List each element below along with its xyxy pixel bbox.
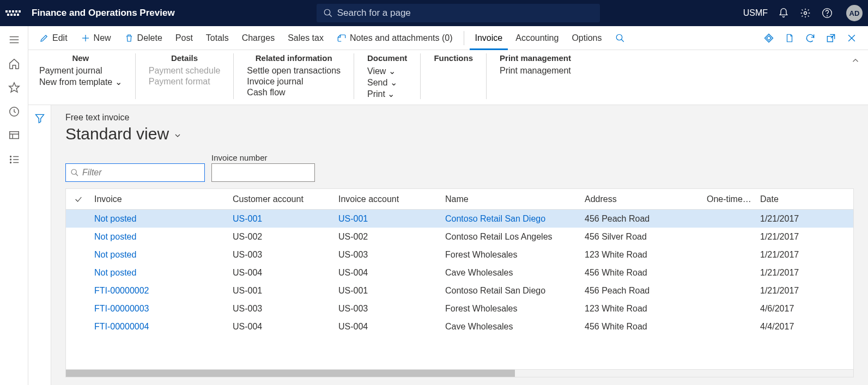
cell[interactable]: FTI-00000003 bbox=[91, 304, 229, 314]
col-date[interactable]: Date bbox=[757, 194, 822, 204]
ribbon-item-disabled: Payment format bbox=[149, 77, 221, 87]
cell[interactable]: FTI-00000002 bbox=[91, 286, 229, 296]
avatar[interactable]: AD bbox=[846, 5, 863, 21]
svg-point-21 bbox=[616, 34, 622, 40]
delete-button[interactable]: Delete bbox=[119, 27, 168, 49]
ribbon-item[interactable]: Print management bbox=[500, 66, 571, 76]
cell[interactable]: Not posted bbox=[91, 250, 229, 260]
cell: 123 White Road bbox=[581, 304, 703, 314]
company-picker[interactable]: USMF bbox=[743, 8, 768, 18]
home-icon[interactable] bbox=[8, 58, 20, 70]
svg-marker-8 bbox=[9, 83, 19, 92]
cell: 456 Peach Road bbox=[581, 286, 703, 296]
svg-marker-24 bbox=[767, 35, 771, 40]
office-icon[interactable] bbox=[784, 33, 795, 44]
notes-button[interactable]: Notes and attachments (0) bbox=[331, 27, 458, 49]
table-row[interactable]: Not postedUS-003US-003Forest Wholesales1… bbox=[66, 246, 853, 264]
cell[interactable]: FTI-00000004 bbox=[91, 322, 229, 332]
cell: 1/21/2017 bbox=[757, 268, 822, 278]
star-icon[interactable] bbox=[8, 82, 20, 94]
page: Free text invoice Standard view Filter I… bbox=[51, 105, 868, 385]
cell: US-003 bbox=[229, 304, 335, 314]
col-customer-account[interactable]: Customer account bbox=[229, 194, 335, 204]
ribbon-item[interactable]: Payment journal bbox=[39, 66, 122, 76]
search-input[interactable]: Search for a page bbox=[317, 4, 600, 22]
cell[interactable]: Contoso Retail San Diego bbox=[442, 214, 581, 224]
table-row[interactable]: FTI-00000004US-004US-004Cave Wholesales4… bbox=[66, 317, 853, 335]
select-all-checkbox[interactable] bbox=[66, 195, 91, 204]
ribbon-item[interactable]: Cash flow bbox=[247, 88, 341, 97]
cmdbar-right bbox=[763, 33, 863, 44]
ribbon-item[interactable]: New from template ⌄ bbox=[39, 77, 122, 87]
cell[interactable]: Not posted bbox=[91, 214, 229, 224]
cell: US-004 bbox=[335, 268, 442, 278]
col-one-time[interactable]: One-time cus… bbox=[703, 194, 757, 204]
ribbon-item[interactable]: Invoice journal bbox=[247, 77, 341, 87]
invoice-number-label: Invoice number bbox=[211, 153, 315, 162]
page-title[interactable]: Standard view bbox=[65, 125, 854, 143]
recent-icon[interactable] bbox=[8, 106, 20, 118]
svg-line-31 bbox=[76, 174, 78, 176]
cell[interactable]: US-001 bbox=[229, 214, 335, 224]
horizontal-scrollbar[interactable] bbox=[66, 369, 853, 377]
salestax-button[interactable]: Sales tax bbox=[282, 27, 329, 49]
gear-icon[interactable] bbox=[799, 7, 811, 19]
cell[interactable]: Not posted bbox=[91, 232, 229, 242]
svg-point-30 bbox=[71, 169, 76, 174]
tab-options[interactable]: Options bbox=[566, 27, 607, 49]
ribbon-collapse-icon[interactable] bbox=[851, 56, 860, 67]
ribbon-item[interactable]: Send ⌄ bbox=[367, 77, 407, 88]
ribbon-item[interactable]: Settle open transactions bbox=[247, 66, 341, 76]
command-bar: Edit New Delete Post Totals Charges Sale… bbox=[28, 26, 868, 50]
ribbon-group: Functions bbox=[421, 53, 487, 99]
col-address[interactable]: Address bbox=[581, 194, 703, 204]
cell[interactable]: Not posted bbox=[91, 268, 229, 278]
col-invoice[interactable]: Invoice bbox=[91, 194, 229, 204]
ribbon-group: DetailsPayment schedulePayment format bbox=[136, 53, 234, 99]
ribbon-item[interactable]: Print ⌄ bbox=[367, 89, 407, 99]
cell: US-004 bbox=[229, 268, 335, 278]
tab-accounting[interactable]: Accounting bbox=[510, 27, 564, 49]
ribbon-group-title: Related information bbox=[247, 53, 341, 63]
help-icon[interactable] bbox=[821, 7, 833, 19]
cell: US-002 bbox=[335, 232, 442, 242]
table-row[interactable]: Not postedUS-002US-002Contoso Retail Los… bbox=[66, 228, 853, 246]
invoice-number-input[interactable] bbox=[211, 163, 315, 182]
charges-button[interactable]: Charges bbox=[236, 27, 280, 49]
totals-button[interactable]: Totals bbox=[201, 27, 234, 49]
close-icon[interactable] bbox=[846, 33, 857, 44]
cell: 4/4/2017 bbox=[757, 322, 822, 332]
ribbon-group-title: New bbox=[39, 53, 122, 63]
table-row[interactable]: Not postedUS-001US-001Contoso Retail San… bbox=[66, 210, 853, 228]
grid-body: Not postedUS-001US-001Contoso Retail San… bbox=[66, 210, 853, 369]
col-invoice-account[interactable]: Invoice account bbox=[335, 194, 442, 204]
tab-invoice[interactable]: Invoice bbox=[470, 26, 508, 50]
table-row[interactable]: FTI-00000002US-001US-001Contoso Retail S… bbox=[66, 282, 853, 300]
ribbon-item[interactable]: View ⌄ bbox=[367, 66, 407, 76]
workspace-icon[interactable] bbox=[8, 130, 20, 142]
table-row[interactable]: Not postedUS-004US-004Cave Wholesales456… bbox=[66, 264, 853, 282]
edit-button[interactable]: Edit bbox=[34, 27, 73, 49]
refresh-icon[interactable] bbox=[805, 33, 816, 44]
quick-filter-input[interactable]: Filter bbox=[65, 163, 205, 182]
filter-pane-toggle[interactable] bbox=[28, 105, 51, 385]
col-name[interactable]: Name bbox=[442, 194, 581, 204]
new-button[interactable]: New bbox=[75, 27, 117, 49]
topbar: Finance and Operations Preview Search fo… bbox=[0, 0, 868, 26]
menu-icon[interactable] bbox=[8, 34, 20, 46]
cell: US-001 bbox=[335, 286, 442, 296]
cmd-search-icon[interactable] bbox=[610, 27, 630, 49]
attach-icon[interactable] bbox=[763, 33, 774, 44]
cell: 1/21/2017 bbox=[757, 214, 822, 224]
bell-icon[interactable] bbox=[778, 7, 790, 19]
post-button[interactable]: Post bbox=[170, 27, 198, 49]
svg-marker-29 bbox=[35, 114, 44, 123]
modules-icon[interactable] bbox=[8, 154, 20, 166]
svg-point-2 bbox=[804, 12, 807, 15]
cell[interactable]: US-001 bbox=[335, 214, 442, 224]
app-launcher-icon[interactable] bbox=[5, 5, 21, 21]
topbar-right: USMF AD bbox=[743, 5, 863, 21]
popout-icon[interactable] bbox=[825, 33, 836, 44]
table-row[interactable]: FTI-00000003US-003US-003Forest Wholesale… bbox=[66, 300, 853, 317]
chevron-down-icon bbox=[173, 131, 182, 140]
